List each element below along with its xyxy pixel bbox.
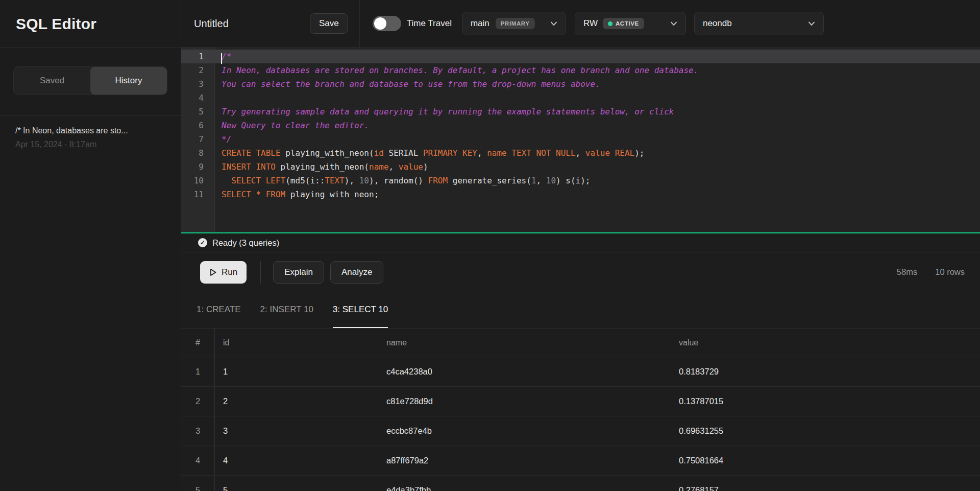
code-line-content: SELECT * FROM playing_with_neon; bbox=[215, 190, 379, 199]
code-line[interactable]: 5Try generating sample data and querying… bbox=[181, 105, 980, 119]
line-number: 9 bbox=[181, 162, 215, 172]
table-cell: 4 bbox=[181, 446, 215, 475]
line-number: 10 bbox=[181, 176, 215, 185]
code-lines: 1/*2In Neon, databases are stored on bra… bbox=[181, 48, 980, 201]
editor-toolbar: Untitled Save Time Travel main PRIMARY R… bbox=[181, 0, 980, 48]
code-line[interactable]: 8CREATE TABLE playing_with_neon(id SERIA… bbox=[181, 146, 980, 160]
run-button[interactable]: Run bbox=[200, 261, 247, 284]
line-number: 7 bbox=[181, 134, 215, 144]
result-tab-1[interactable]: 1: CREATE bbox=[197, 292, 241, 328]
result-tab-3[interactable]: 3: SELECT 10 bbox=[333, 292, 388, 328]
time-travel-label: Time Travel bbox=[407, 18, 452, 29]
column-header-index: # bbox=[181, 329, 215, 357]
branch-primary-badge: PRIMARY bbox=[496, 18, 535, 29]
compute-status-text: ACTIVE bbox=[616, 20, 639, 27]
database-name: neondb bbox=[703, 18, 732, 29]
code-line[interactable]: 6New Query to clear the editor. bbox=[181, 119, 980, 132]
line-number: 5 bbox=[181, 107, 215, 116]
table-cell: 2 bbox=[215, 396, 378, 406]
results-table: #idnamevalue11c4ca4238a00.818372922c81e7… bbox=[181, 328, 980, 491]
table-cell: 3 bbox=[215, 426, 378, 436]
table-row: 55e4da3b7fbb0.2768157 bbox=[181, 476, 980, 491]
table-cell: 4 bbox=[215, 456, 378, 465]
analyze-button[interactable]: Analyze bbox=[330, 261, 383, 284]
query-duration: 58ms bbox=[897, 267, 917, 277]
code-line-content: /* bbox=[215, 52, 231, 61]
code-line-content: In Neon, databases are stored on branche… bbox=[215, 65, 698, 75]
database-selector[interactable]: neondb bbox=[694, 12, 824, 35]
main-panel: Untitled Save Time Travel main PRIMARY R… bbox=[181, 0, 980, 491]
result-tab-2[interactable]: 2: INSERT 10 bbox=[260, 292, 313, 328]
saved-history-segmented-control: Saved History bbox=[13, 66, 167, 95]
table-cell: c81e728d9d bbox=[378, 396, 671, 406]
table-row: 44a87ff679a20.75081664 bbox=[181, 446, 980, 476]
status-bar: ✓ Ready (3 queries) bbox=[181, 233, 980, 252]
page-title: SQL Editor bbox=[16, 15, 96, 33]
line-number: 8 bbox=[181, 148, 215, 158]
document-title[interactable]: Untitled bbox=[194, 18, 268, 30]
line-number: 1 bbox=[181, 52, 215, 61]
check-circle-icon: ✓ bbox=[198, 238, 207, 247]
line-number: 6 bbox=[181, 121, 215, 130]
table-cell: 5 bbox=[215, 485, 378, 491]
table-cell: 0.75081664 bbox=[671, 456, 980, 465]
tab-saved[interactable]: Saved bbox=[14, 67, 90, 95]
table-cell: 0.8183729 bbox=[671, 367, 980, 377]
table-cell: c4ca4238a0 bbox=[378, 367, 671, 377]
column-header-id: id bbox=[215, 338, 378, 347]
code-line-content: New Query to clear the editor. bbox=[215, 121, 369, 130]
chevron-down-icon bbox=[550, 20, 557, 27]
active-status-dot-icon bbox=[608, 21, 612, 26]
table-cell: 3 bbox=[181, 416, 215, 446]
toolbar-divider bbox=[359, 0, 360, 48]
column-header-value: value bbox=[671, 338, 980, 347]
code-line-content: INSERT INTO playing_with_neon(name, valu… bbox=[215, 162, 428, 172]
compute-selector[interactable]: RW ACTIVE bbox=[575, 12, 686, 35]
table-cell: 2 bbox=[181, 387, 215, 416]
line-number: 3 bbox=[181, 79, 215, 89]
history-item-date: Apr 15, 2024 - 8:17am bbox=[15, 137, 165, 151]
table-header-row: #idnamevalue bbox=[181, 329, 980, 357]
compute-name: RW bbox=[583, 18, 598, 29]
play-icon bbox=[209, 268, 217, 276]
line-number: 2 bbox=[181, 65, 215, 75]
chevron-down-icon bbox=[808, 20, 815, 27]
chevron-down-icon bbox=[670, 20, 677, 27]
table-cell: 0.13787015 bbox=[671, 396, 980, 406]
table-cell: 0.2768157 bbox=[671, 485, 980, 491]
sidebar-header: SQL Editor bbox=[0, 0, 181, 48]
save-button[interactable]: Save bbox=[310, 13, 348, 34]
status-text: Ready (3 queries) bbox=[212, 238, 279, 248]
table-cell: 5 bbox=[181, 476, 215, 491]
code-line[interactable]: 7*/ bbox=[181, 132, 980, 146]
result-tabs: 1: CREATE2: INSERT 103: SELECT 10 bbox=[181, 292, 980, 328]
query-row-count: 10 rows bbox=[935, 267, 965, 277]
query-stats: 58ms 10 rows bbox=[897, 267, 965, 277]
table-cell: 1 bbox=[181, 357, 215, 386]
code-line[interactable]: 11SELECT * FROM playing_with_neon; bbox=[181, 188, 980, 201]
code-line[interactable]: 3You can select the branch and database … bbox=[181, 77, 980, 91]
code-line[interactable]: 2In Neon, databases are stored on branch… bbox=[181, 63, 980, 77]
time-travel-toggle[interactable] bbox=[373, 16, 401, 31]
tab-history[interactable]: History bbox=[90, 67, 167, 95]
history-list-item[interactable]: /* In Neon, databases are sto... Apr 15,… bbox=[0, 115, 181, 159]
code-line[interactable]: 10 SELECT LEFT(md5(i::TEXT), 10), random… bbox=[181, 174, 980, 188]
code-line[interactable]: 1/* bbox=[181, 50, 980, 63]
saved-history-section: Saved History bbox=[0, 48, 181, 115]
text-cursor bbox=[221, 53, 222, 64]
line-number: 11 bbox=[181, 190, 215, 199]
code-line[interactable]: 9INSERT INTO playing_with_neon(name, val… bbox=[181, 160, 980, 174]
sql-editor-app: SQL Editor Saved History /* In Neon, dat… bbox=[0, 0, 980, 491]
actions-bar: Run Explain Analyze 58ms 10 rows bbox=[181, 252, 980, 292]
table-cell: 1 bbox=[215, 367, 378, 377]
explain-button[interactable]: Explain bbox=[273, 261, 324, 284]
code-line[interactable]: 4 bbox=[181, 91, 980, 105]
toggle-knob bbox=[374, 17, 386, 30]
column-header-name: name bbox=[378, 338, 671, 347]
history-item-title: /* In Neon, databases are sto... bbox=[15, 124, 165, 137]
actions-divider bbox=[260, 261, 261, 284]
branch-selector[interactable]: main PRIMARY bbox=[462, 12, 566, 35]
sql-code-editor[interactable]: 1/*2In Neon, databases are stored on bra… bbox=[181, 48, 980, 232]
sidebar: SQL Editor Saved History /* In Neon, dat… bbox=[0, 0, 181, 491]
code-line-content: SELECT LEFT(md5(i::TEXT), 10), random() … bbox=[215, 176, 591, 185]
